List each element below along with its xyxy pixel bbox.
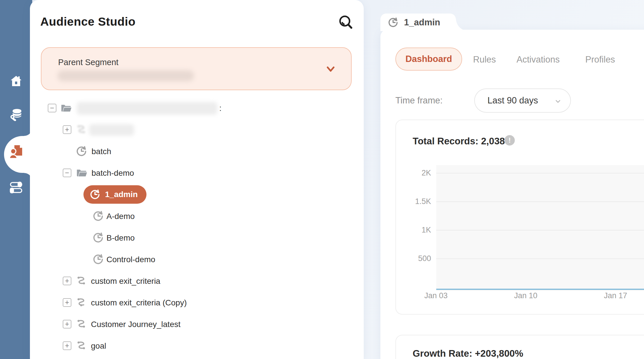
expand-toggle[interactable] xyxy=(63,298,71,307)
search-icon xyxy=(337,14,355,31)
sidebar-item-controls[interactable] xyxy=(9,180,23,194)
time-frame-select[interactable]: Last 90 days xyxy=(474,88,571,113)
y-tick: 1K xyxy=(396,226,431,235)
tree-row-label: batch xyxy=(92,141,111,162)
search-button[interactable] xyxy=(337,14,355,31)
database-wrench-icon xyxy=(9,107,23,121)
selected-segment-pill[interactable]: 1_admin xyxy=(83,185,146,204)
tree-row-selected[interactable]: 1_admin xyxy=(30,184,352,205)
tab-dashboard[interactable]: Dashboard xyxy=(395,48,462,71)
tree-row[interactable]: A-demo xyxy=(30,205,352,227)
clock-icon xyxy=(387,17,399,28)
sidebar-item-home[interactable] xyxy=(9,74,23,88)
redacted-text xyxy=(89,124,134,136)
tree-row-label: Control-demo xyxy=(106,249,155,270)
tab-profiles[interactable]: Profiles xyxy=(585,54,615,65)
clock-icon xyxy=(75,145,87,157)
segment-tree: : xyxy=(30,97,352,359)
clock-icon xyxy=(89,189,101,200)
tab-rules[interactable]: Rules xyxy=(473,54,496,65)
parent-segment-dropdown[interactable]: Parent Segment xyxy=(41,47,352,90)
gridline xyxy=(436,258,644,259)
gridline xyxy=(436,201,644,202)
tree-row-label: A-demo xyxy=(106,205,135,227)
tree-row[interactable]: batch-demo xyxy=(30,162,352,184)
chevron-down-icon xyxy=(325,63,337,75)
audience-studio-panel: Audience Studio Parent Segment xyxy=(30,0,364,359)
expand-toggle[interactable] xyxy=(63,277,71,285)
dashboard-panel: Dashboard Rules Activations Profiles Tim… xyxy=(380,30,644,359)
y-tick: 1.5K xyxy=(396,197,431,206)
redacted-route-icon xyxy=(75,124,87,136)
tree-row[interactable] xyxy=(30,119,352,141)
collapse-toggle[interactable] xyxy=(48,104,56,112)
folder-open-icon xyxy=(60,102,72,114)
records-data-line xyxy=(436,289,644,290)
folder-open-icon xyxy=(75,167,87,179)
segment-tab-label: 1_admin xyxy=(404,17,440,28)
gridline xyxy=(436,173,644,173)
toggles-icon xyxy=(9,180,23,194)
tree-row-label: Customer Journey_latest xyxy=(91,313,180,335)
tree-row-label: custom exit_criteria (Copy) xyxy=(91,292,187,313)
tree-row[interactable]: : xyxy=(30,97,352,119)
y-tick: 500 xyxy=(396,254,431,263)
tree-row[interactable]: Control-demo xyxy=(30,249,352,270)
expand-toggle[interactable] xyxy=(63,320,71,328)
time-frame-label: Time frame: xyxy=(395,95,443,106)
tab-curve-decoration xyxy=(456,18,468,31)
tree-row[interactable]: custom exit_criteria (Copy) xyxy=(30,292,352,313)
route-icon xyxy=(75,275,87,287)
clock-icon xyxy=(92,210,104,222)
x-tick: Jan 03 xyxy=(416,291,456,300)
growth-rate-card: Growth Rate: +203,800% xyxy=(395,335,644,359)
app-window: Audience Studio Parent Segment xyxy=(0,0,644,359)
total-records-card: Total Records: 2,038 ! 2K 1.5K 1K 500 Ja… xyxy=(395,120,644,315)
tree-row-label: 1_admin xyxy=(105,190,138,199)
redacted-text xyxy=(77,102,217,115)
tree-row-label: goal xyxy=(91,335,106,357)
chevron-down-icon xyxy=(554,98,562,105)
sidebar-item-audience-studio-active[interactable] xyxy=(9,145,23,158)
growth-rate-title: Growth Rate: +203,800% xyxy=(413,348,523,359)
route-icon xyxy=(75,296,87,309)
time-frame-value: Last 90 days xyxy=(487,95,538,106)
clock-icon xyxy=(92,253,104,265)
records-line-chart xyxy=(436,165,644,291)
redacted-parent-segment-value xyxy=(58,70,194,81)
tree-row[interactable]: custom exit_criteria xyxy=(30,270,352,292)
tree-row-label: B-demo xyxy=(106,227,135,249)
expand-toggle[interactable] xyxy=(63,341,71,350)
home-icon xyxy=(9,74,23,88)
tree-row[interactable]: batch xyxy=(30,141,352,162)
tab-activations[interactable]: Activations xyxy=(517,54,560,65)
segment-window-tab[interactable]: 1_admin xyxy=(380,14,456,31)
info-icon[interactable]: ! xyxy=(504,135,515,146)
page-title: Audience Studio xyxy=(40,15,136,29)
y-tick: 2K xyxy=(396,169,431,177)
collapse-toggle[interactable] xyxy=(63,169,71,177)
sidebar-item-data[interactable] xyxy=(9,107,23,121)
tree-row-label: batch-demo xyxy=(92,162,134,184)
tree-row-label: custom exit_criteria xyxy=(91,270,160,292)
tree-row[interactable]: goal xyxy=(30,335,352,357)
tree-row-suffix: : xyxy=(219,97,222,119)
audience-document-icon xyxy=(9,145,23,160)
tree-row[interactable]: Customer Journey_latest xyxy=(30,313,352,335)
x-tick: Jan 10 xyxy=(506,291,546,300)
gridline xyxy=(436,230,644,230)
clock-icon xyxy=(92,232,104,244)
tree-row[interactable]: B-demo xyxy=(30,227,352,249)
route-icon xyxy=(75,340,87,352)
x-tick: Jan 17 xyxy=(595,291,636,300)
route-icon xyxy=(75,318,87,330)
parent-segment-label: Parent Segment xyxy=(58,58,119,67)
expand-toggle[interactable] xyxy=(63,125,71,134)
total-records-title: Total Records: 2,038 xyxy=(413,136,505,147)
